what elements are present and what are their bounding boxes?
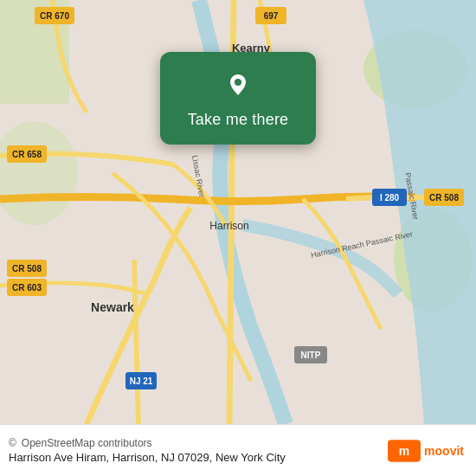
location-pin-icon (221, 68, 255, 102)
bottom-bar: © OpenStreetMap contributors Harrison Av… (0, 424, 476, 476)
osm-text: OpenStreetMap contributors (22, 437, 152, 449)
svg-text:697: 697 (264, 11, 279, 21)
svg-text:CR 508: CR 508 (429, 193, 459, 203)
popup-label: Take me there (188, 111, 289, 129)
moovit-icon: m (388, 434, 421, 467)
svg-point-30 (235, 79, 241, 86)
svg-text:CR 658: CR 658 (12, 150, 42, 159)
moovit-text: moovit (424, 444, 464, 458)
svg-text:Harrison: Harrison (209, 220, 248, 232)
svg-text:I 280: I 280 (380, 193, 400, 203)
svg-text:NJ 21: NJ 21 (130, 376, 153, 386)
map-container: CR 670 CR 658 CR 508 CR 508 CR 603 697 I… (0, 0, 476, 424)
svg-text:Newark: Newark (91, 300, 134, 314)
copyright-row: © OpenStreetMap contributors (9, 437, 286, 449)
take-me-there-button[interactable]: Take me there (160, 52, 316, 145)
svg-text:m: m (399, 444, 409, 458)
address-text: Harrison Ave Hiram, Harrison, NJ 07029, … (9, 451, 286, 464)
svg-text:CR 670: CR 670 (40, 11, 69, 21)
address-block: © OpenStreetMap contributors Harrison Av… (9, 437, 286, 464)
svg-text:CR 508: CR 508 (12, 264, 42, 273)
copyright-icon: © (9, 437, 16, 449)
svg-text:CR 603: CR 603 (12, 283, 42, 293)
moovit-logo: m moovit (388, 434, 464, 467)
svg-text:NITP: NITP (301, 351, 321, 360)
